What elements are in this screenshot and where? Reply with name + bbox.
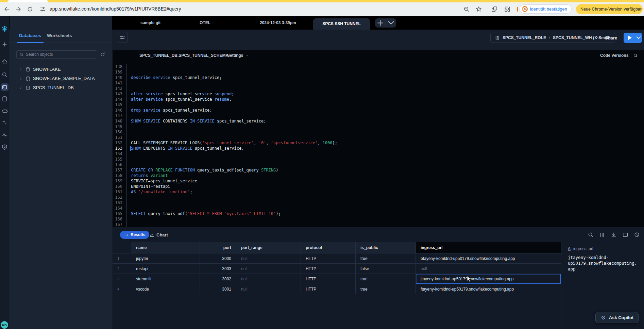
- code-line-156[interactable]: 156: [113, 162, 644, 167]
- rail-governance-shield-icon[interactable]: [1, 144, 8, 150]
- url-bar[interactable]: app.snowflake.com/komldnd/up50179/w1PfUR…: [50, 2, 181, 16]
- code-line-141[interactable]: 141: [113, 80, 644, 86]
- code-line-164[interactable]: 164: [113, 205, 644, 211]
- code-line-165[interactable]: 165SELECT query_taxis_udf('SELECT * FROM…: [113, 211, 644, 216]
- column-header-protocol[interactable]: protocol: [301, 242, 356, 253]
- user-avatar[interactable]: KB: [1, 321, 8, 329]
- database-item-snowflake[interactable]: SNOWFLAKE: [10, 65, 112, 74]
- column-header-port_range[interactable]: port_range: [236, 242, 301, 253]
- run-options-button[interactable]: [635, 33, 642, 43]
- code-line-145[interactable]: 145: [113, 102, 644, 108]
- chrome-active-tab[interactable]: [7, 0, 48, 2]
- cell-protocol[interactable]: HTTP: [301, 284, 356, 294]
- search-objects-input[interactable]: Search objects: [16, 50, 97, 59]
- worksheet-tab-sample-git[interactable]: sample git: [140, 16, 160, 30]
- code-line-159[interactable]: 159SERVICE=spcs_tunnel_service: [113, 178, 644, 184]
- reload-icon[interactable]: [27, 6, 33, 13]
- results-panel-layout-icon[interactable]: [622, 232, 628, 238]
- code-line-143[interactable]: 143alter service spcs_tunnel_service sus…: [113, 91, 644, 97]
- schema-context-selector[interactable]: SPCS_TUNNEL_DB.SPCS_TUNNEL_SCHEMA: [139, 50, 234, 61]
- rail-home-icon[interactable]: [1, 59, 8, 65]
- cell-protocol[interactable]: HTTP: [301, 274, 356, 284]
- settings-selector[interactable]: Settings: [227, 50, 249, 61]
- cell-port[interactable]: 3002: [200, 274, 236, 284]
- code-line-167[interactable]: 167: [113, 222, 644, 227]
- cell-protocol[interactable]: HTTP: [301, 264, 356, 274]
- back-arrow-icon[interactable]: [3, 6, 10, 13]
- cell-is_public[interactable]: true: [356, 284, 416, 294]
- code-line-161[interactable]: 161AS '/snowflake_function';: [113, 189, 644, 195]
- cell-port_range[interactable]: null: [236, 253, 301, 264]
- context-role-warehouse-selector[interactable]: SPCS_TUNNEL_ROLE SPCS_TUNNEL_WH (X-Small…: [490, 33, 615, 43]
- column-header-name[interactable]: name: [131, 242, 200, 253]
- snowflake-logo-icon[interactable]: [1, 25, 8, 32]
- code-line-158[interactable]: 158returns variant: [113, 173, 644, 178]
- code-line-152[interactable]: 152CALL SYSTEM$GET_SERVICE_LOGS('spcs_tu…: [113, 140, 644, 146]
- code-line-150[interactable]: 150: [113, 129, 644, 135]
- expand-chevron-icon[interactable]: [19, 77, 23, 81]
- code-line-140[interactable]: 140describe service spcs_tunnel_service;: [113, 75, 644, 80]
- refresh-icon[interactable]: [100, 52, 105, 57]
- cell-name[interactable]: streamlit: [131, 274, 200, 284]
- chart-tab-button[interactable]: Chart: [149, 231, 168, 239]
- filters-button[interactable]: [117, 32, 128, 43]
- chrome-update-button[interactable]: Neue Chrome-Version verfügbar ⋮: [576, 4, 643, 14]
- cell-port_range[interactable]: null: [236, 264, 301, 274]
- code-line-139[interactable]: 139: [113, 69, 644, 75]
- new-worksheet-menu-button[interactable]: [386, 18, 396, 28]
- cell-ingress_url[interactable]: jtayeny-komldnd-up50179.snowflakecomputi…: [416, 274, 561, 284]
- code-line-151[interactable]: 151: [113, 135, 644, 140]
- expand-chevron-icon[interactable]: [19, 67, 23, 71]
- sql-editor[interactable]: SPCS_TUNNEL_DB.SPCS_TUNNEL_SCHEMA Settin…: [113, 50, 644, 227]
- rail-search-icon[interactable]: [1, 71, 8, 78]
- results-download-icon[interactable]: [611, 232, 617, 238]
- site-info-tune-icon[interactable]: [39, 6, 46, 13]
- code-line-155[interactable]: 155: [113, 157, 644, 162]
- cell-name[interactable]: vscode: [131, 284, 200, 294]
- tab-databases[interactable]: Databases: [19, 33, 41, 38]
- worksheet-tab-otel[interactable]: OTEL: [200, 16, 210, 30]
- new-worksheet-button[interactable]: [375, 18, 386, 28]
- cell-port[interactable]: 3001: [200, 284, 236, 294]
- rail-marketplace-cloud-icon[interactable]: [1, 108, 8, 114]
- code-line-154[interactable]: 154: [113, 151, 644, 157]
- database-item-snowflake_sample_data[interactable]: SNOWFLAKE_SAMPLE_DATA: [10, 74, 112, 83]
- code-line-142[interactable]: 142: [113, 86, 644, 91]
- code-line-157[interactable]: 157CREATE OR REPLACE FUNCTION query_taxi…: [113, 167, 644, 173]
- code-line-138[interactable]: 138: [113, 64, 644, 69]
- database-item-spcs_tunnel_db[interactable]: SPCS_TUNNEL_DB: [10, 83, 112, 92]
- code-line-153[interactable]: 153SHOW ENDPOINTS IN SERVICE spcs_tunnel…: [113, 146, 644, 151]
- rail-ai-ml-sparkles-icon[interactable]: [1, 119, 8, 126]
- cell-port[interactable]: 3000: [200, 253, 236, 264]
- results-tab-button[interactable]: Results: [120, 231, 149, 239]
- cell-ingress_url[interactable]: null: [416, 264, 561, 274]
- worksheet-tab-spcs-ssh-tunnel[interactable]: SPCS SSH TUNNEL: [313, 18, 370, 30]
- rail-data-database-icon[interactable]: [1, 96, 8, 102]
- column-header-port[interactable]: port: [200, 242, 236, 253]
- share-button[interactable]: Share: [602, 33, 620, 43]
- extensions-puzzle-icon[interactable]: [504, 6, 511, 13]
- cell-name[interactable]: restapi: [131, 264, 200, 274]
- column-header-ingress_url[interactable]: ingress_url: [416, 242, 561, 253]
- ask-copilot-button[interactable]: Ask Copilot: [595, 312, 639, 323]
- column-header-is_public[interactable]: is_public: [356, 242, 416, 253]
- code-line-147[interactable]: 147: [113, 113, 644, 118]
- results-columns-icon[interactable]: [599, 232, 605, 238]
- tab-worksheets[interactable]: Worksheets: [47, 33, 72, 38]
- cell-port_range[interactable]: null: [236, 284, 301, 294]
- tab-duplicate-icon[interactable]: [491, 6, 498, 13]
- code-line-148[interactable]: 148SHOW SERVICE CONTAINERS IN SERVICE sp…: [113, 118, 644, 124]
- worksheet-tab-2024-12-03-3-39pm[interactable]: 2024-12-03 3:39pm: [260, 16, 296, 30]
- cell-name[interactable]: jupyter: [131, 253, 200, 264]
- pinned-extension-icon[interactable]: [517, 7, 518, 12]
- cell-ingress_url[interactable]: ftayeny-komldnd-up50179.snowflakecomputi…: [416, 284, 561, 294]
- rail-worksheets-console-icon[interactable]: [1, 83, 9, 91]
- code-line-160[interactable]: 160ENDPOINT=restapi: [113, 184, 644, 189]
- zoom-indicator-icon[interactable]: [463, 6, 470, 13]
- code-line-163[interactable]: 163: [113, 200, 644, 205]
- code-line-166[interactable]: 166: [113, 216, 644, 222]
- code-line-162[interactable]: 162: [113, 195, 644, 200]
- cell-is_public[interactable]: true: [356, 274, 416, 284]
- code-area[interactable]: 138139140describe service spcs_tunnel_se…: [113, 64, 644, 227]
- results-history-clock-icon[interactable]: [634, 232, 640, 238]
